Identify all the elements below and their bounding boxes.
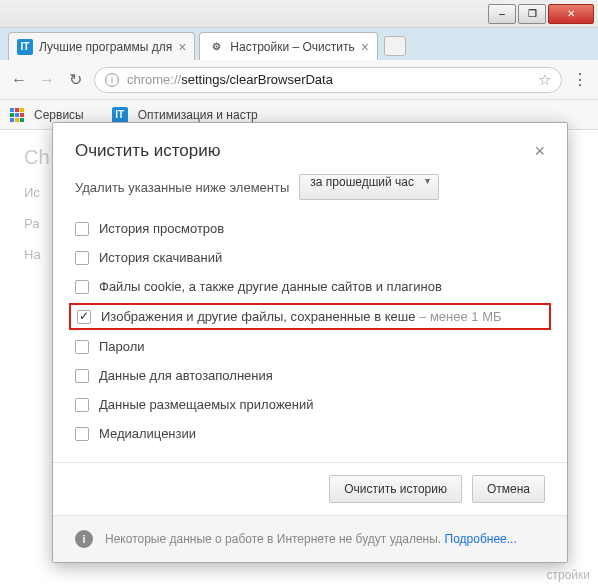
option-row[interactable]: Пароли	[75, 332, 545, 361]
clear-button[interactable]: Очистить историю	[329, 475, 462, 503]
checkbox[interactable]	[77, 310, 91, 324]
option-label: Пароли	[99, 339, 145, 354]
option-size: – менее 1 МБ	[415, 309, 501, 324]
modal-backdrop: Очистить историю × Удалить указанные ниж…	[0, 0, 598, 588]
option-label: История просмотров	[99, 221, 224, 236]
option-label: Медиалицензии	[99, 426, 196, 441]
time-range-label: Удалить указанные ниже элементы	[75, 180, 289, 195]
option-label: Данные размещаемых приложений	[99, 397, 314, 412]
time-range-select[interactable]: за прошедший час	[299, 174, 439, 200]
dialog-close-button[interactable]: ×	[534, 141, 545, 162]
option-row[interactable]: История скачиваний	[75, 243, 545, 272]
option-row[interactable]: Изображения и другие файлы, сохраненные …	[69, 303, 551, 330]
learn-more-link[interactable]: Подробнее...	[445, 532, 517, 546]
option-row[interactable]: Данные для автозаполнения	[75, 361, 545, 390]
footer-note: Некоторые данные о работе в Интернете не…	[105, 532, 517, 546]
option-label: История скачиваний	[99, 250, 222, 265]
checkbox[interactable]	[75, 369, 89, 383]
checkbox[interactable]	[75, 427, 89, 441]
checkbox[interactable]	[75, 340, 89, 354]
clear-history-dialog: Очистить историю × Удалить указанные ниж…	[52, 122, 568, 563]
checkbox[interactable]	[75, 251, 89, 265]
option-row[interactable]: Данные размещаемых приложений	[75, 390, 545, 419]
cancel-button[interactable]: Отмена	[472, 475, 545, 503]
info-icon: i	[75, 530, 93, 548]
checkbox[interactable]	[75, 222, 89, 236]
option-row[interactable]: Файлы cookie, а также другие данные сайт…	[75, 272, 545, 301]
checkbox[interactable]	[75, 280, 89, 294]
dialog-title: Очистить историю	[75, 141, 220, 161]
option-label: Изображения и другие файлы, сохраненные …	[101, 309, 502, 324]
option-label: Файлы cookie, а также другие данные сайт…	[99, 279, 442, 294]
option-row[interactable]: История просмотров	[75, 214, 545, 243]
option-row[interactable]: Медиалицензии	[75, 419, 545, 448]
option-label: Данные для автозаполнения	[99, 368, 273, 383]
checkbox[interactable]	[75, 398, 89, 412]
